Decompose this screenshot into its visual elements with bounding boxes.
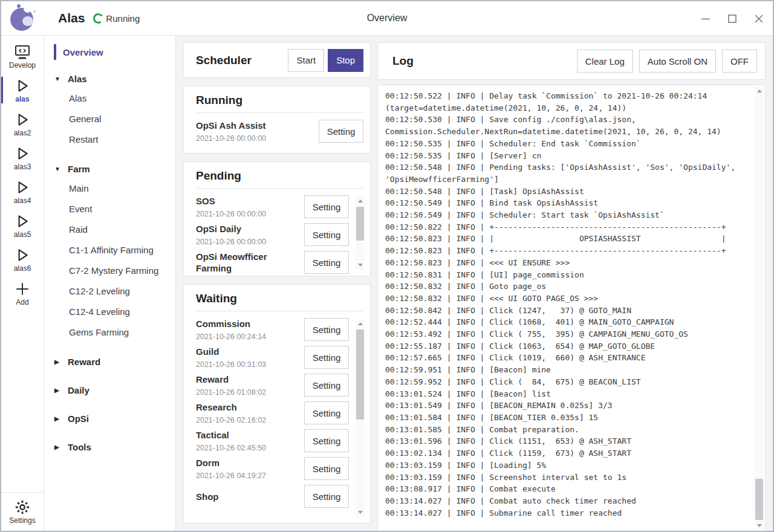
- log-line: 00:13:01.596 | INFO | Click (1151, 653) …: [385, 435, 747, 447]
- setting-button[interactable]: Setting: [304, 374, 349, 397]
- setting-button[interactable]: Setting: [304, 318, 349, 341]
- setting-button[interactable]: Setting: [304, 485, 349, 508]
- log-line: 00:13:08.917 | INFO | Combat execute: [385, 483, 747, 495]
- log-line: 00:12:50.832 | INFO | Goto page_os: [385, 281, 747, 293]
- nav-item-restart[interactable]: Restart: [44, 129, 175, 150]
- rail-item-alas2[interactable]: alas2: [1, 107, 44, 141]
- minimize-button[interactable]: [700, 13, 711, 24]
- nav-item-gems-farming[interactable]: Gems Farming: [44, 322, 175, 343]
- log-line: 'OpsiMeowfficerFarming']: [385, 174, 747, 186]
- setting-button[interactable]: Setting: [304, 251, 349, 274]
- log-line: 00:12:50.549 | INFO | Scheduler: Start t…: [385, 209, 747, 221]
- rail-item-add[interactable]: Add: [1, 276, 44, 310]
- start-button[interactable]: Start: [288, 49, 324, 72]
- running-card: Running OpSi Ash Assist 2021-10-26 00:00…: [183, 86, 371, 154]
- log-line: 00:12:59.951 | INFO | [Beacon] mine: [385, 364, 747, 376]
- nav-group-opsi: ▶ OpSi: [44, 409, 175, 428]
- nav-item-c12-4-leveling[interactable]: C12-4 Leveling: [44, 302, 175, 322]
- clear-log-button[interactable]: Clear Log: [577, 50, 633, 73]
- scrollbar-thumb[interactable]: [356, 207, 364, 241]
- maximize-button[interactable]: [727, 13, 738, 24]
- alas-logo-icon: [9, 4, 37, 32]
- rail-item-develop[interactable]: Develop: [1, 39, 44, 73]
- rail-item-alas[interactable]: alas: [1, 73, 44, 107]
- nav-group-header-alas[interactable]: ▼ Alas: [44, 69, 175, 88]
- rail-item-alas4[interactable]: alas4: [1, 175, 44, 209]
- close-button[interactable]: [753, 13, 764, 24]
- scheduler-card: Scheduler Start Stop: [183, 42, 371, 78]
- scrollbar-up-arrow[interactable]: [755, 86, 764, 96]
- setting-button[interactable]: Setting: [304, 401, 349, 424]
- nav-item-c1-1-affinity-farming[interactable]: C1-1 Affinity Farming: [44, 240, 175, 261]
- nav-group-header-daily[interactable]: ▶ Daily: [44, 380, 175, 400]
- setting-button[interactable]: Setting: [304, 195, 349, 218]
- scrollbar-thumb[interactable]: [356, 329, 364, 420]
- play-icon: [15, 213, 30, 230]
- running-spinner-icon: [93, 12, 105, 24]
- rail-item-label: alas6: [14, 264, 31, 273]
- log-line: 00:13:01.585 | INFO | Combat preparation…: [385, 424, 747, 436]
- log-line: 00:12:50.822 | INFO | +-----------------…: [385, 221, 747, 233]
- nav-group-header-reward[interactable]: ▶ Reward: [44, 352, 175, 371]
- scrollbar-down-arrow[interactable]: [755, 521, 764, 530]
- task-next-run-time: 2021-10-26 04:19:27: [196, 472, 299, 480]
- setting-button[interactable]: Setting: [304, 457, 349, 480]
- log-line: 00:13:14.027 | INFO | Combat auto check …: [385, 495, 747, 507]
- task-next-run-time: 2021-10-26 02:16:02: [196, 416, 299, 424]
- setting-button[interactable]: Setting: [304, 429, 349, 452]
- rail-item-alas5[interactable]: alas5: [1, 209, 44, 242]
- chevron-collapsed-icon: ▶: [54, 358, 61, 365]
- nav-item-label: Overview: [63, 47, 103, 57]
- task-row: Tactical 2021-10-26 02:45:50 Setting: [196, 429, 349, 452]
- scrollbar-down-arrow[interactable]: [356, 261, 365, 270]
- chevron-expanded-icon: ▼: [54, 76, 61, 82]
- nav-group-header-tools[interactable]: ▶ Tools: [44, 437, 175, 456]
- main-content: Scheduler Start Stop Running OpSi Ash As…: [176, 36, 773, 532]
- setting-button[interactable]: Setting: [304, 346, 349, 369]
- app-logo: [1, 4, 45, 32]
- nav-item-overview[interactable]: Overview: [54, 44, 175, 60]
- nav-item-raid[interactable]: Raid: [44, 219, 175, 240]
- scrollbar-down-arrow[interactable]: [356, 508, 365, 517]
- gear-icon: [14, 499, 31, 516]
- nav-item-c12-2-leveling[interactable]: C12-2 Leveling: [44, 281, 175, 302]
- scrollbar-thumb[interactable]: [755, 479, 763, 520]
- scrollbar-up-arrow[interactable]: [356, 196, 365, 206]
- rail-item-alas6[interactable]: alas6: [1, 242, 44, 276]
- nav-item-main[interactable]: Main: [44, 178, 175, 199]
- chevron-collapsed-icon: ▶: [54, 387, 61, 394]
- auto-scroll-off-button[interactable]: OFF: [722, 50, 757, 73]
- task-next-run-time: 2021-10-26 00:00:00: [196, 134, 314, 143]
- scrollbar-up-arrow[interactable]: [356, 319, 365, 328]
- log-panel[interactable]: 00:12:50.522 | INFO | Delay task `Commis…: [377, 85, 766, 532]
- nav-item-general[interactable]: General: [44, 109, 175, 129]
- nav-item-alas[interactable]: Alas: [44, 88, 175, 109]
- task-name: Dorm: [196, 457, 299, 469]
- pending-scrollbar[interactable]: [356, 196, 365, 270]
- scheduler-title: Scheduler: [196, 54, 284, 67]
- task-row: Reward 2021-10-26 01:08:02 Setting: [196, 374, 349, 397]
- nav-group-header-opsi[interactable]: ▶ OpSi: [44, 409, 175, 428]
- nav-item-event[interactable]: Event: [44, 199, 175, 219]
- nav-group-label: OpSi: [68, 414, 89, 424]
- nav-group-header-farm[interactable]: ▼ Farm: [44, 159, 175, 178]
- setting-button[interactable]: Setting: [319, 120, 363, 143]
- task-name: Shop: [196, 491, 299, 502]
- log-line: 00:13:03.159 | INFO | [Loading] 5%: [385, 459, 747, 472]
- task-next-run-time: 2021-10-26 00:00:00: [196, 210, 299, 218]
- rail-item-label: alas3: [14, 163, 31, 171]
- task-row: SOS 2021-10-26 00:00:00 Setting: [196, 195, 349, 218]
- rail-item-settings[interactable]: Settings: [1, 492, 44, 532]
- stop-button[interactable]: Stop: [328, 49, 363, 72]
- task-row: Commission 2021-10-26 00:24:14 Setting: [196, 318, 349, 341]
- running-title: Running: [196, 94, 363, 113]
- code-monitor-icon: [13, 44, 31, 60]
- auto-scroll-on-button[interactable]: Auto Scroll ON: [639, 50, 716, 73]
- page-title: Overview: [367, 13, 408, 24]
- nav-item-c7-2-mystery-farming[interactable]: C7-2 Mystery Farming: [44, 261, 175, 281]
- rail-item-alas3[interactable]: alas3: [1, 141, 44, 175]
- waiting-scrollbar[interactable]: [356, 319, 365, 517]
- log-scrollbar[interactable]: [755, 86, 764, 530]
- setting-button[interactable]: Setting: [304, 223, 349, 246]
- nav-group-tools: ▶ Tools: [44, 437, 175, 456]
